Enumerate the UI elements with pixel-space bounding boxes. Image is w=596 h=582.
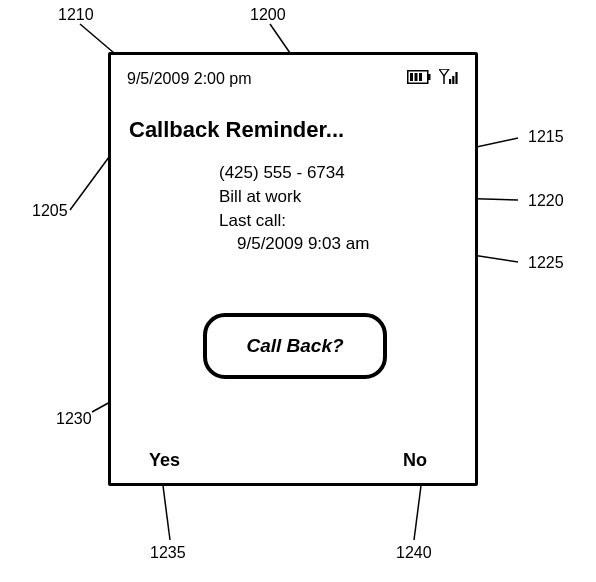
device-screen: 9/5/2009 2:00 pm — [108, 52, 478, 486]
svg-line-1 — [270, 24, 290, 53]
svg-rect-17 — [452, 76, 454, 84]
svg-marker-14 — [439, 69, 449, 76]
ref-1240: 1240 — [396, 544, 432, 562]
ref-1230: 1230 — [56, 410, 92, 428]
callback-info: (425) 555 - 6734 Bill at work Last call:… — [219, 161, 369, 256]
status-bar: 9/5/2009 2:00 pm — [127, 67, 459, 91]
svg-rect-11 — [410, 73, 413, 81]
ref-1205: 1205 — [32, 202, 68, 220]
svg-rect-10 — [428, 74, 431, 80]
page-title: Callback Reminder... — [129, 117, 344, 143]
call-back-button[interactable]: Call Back? — [203, 313, 387, 379]
svg-line-7 — [162, 478, 170, 540]
svg-rect-13 — [419, 73, 422, 81]
svg-rect-12 — [415, 73, 418, 81]
contact-name: Bill at work — [219, 185, 369, 209]
ref-1235: 1235 — [150, 544, 186, 562]
svg-line-8 — [414, 478, 422, 540]
phone-number: (425) 555 - 6734 — [219, 161, 369, 185]
status-datetime: 9/5/2009 2:00 pm — [127, 70, 252, 88]
battery-icon — [407, 70, 431, 88]
softkey-yes[interactable]: Yes — [149, 450, 180, 471]
call-back-label: Call Back? — [246, 335, 343, 357]
last-call-label: Last call: — [219, 209, 369, 233]
ref-1220: 1220 — [528, 192, 564, 210]
ref-1200: 1200 — [250, 6, 286, 24]
softkey-no[interactable]: No — [403, 450, 427, 471]
last-call-time: 9/5/2009 9:03 am — [219, 232, 369, 256]
ref-1215: 1215 — [528, 128, 564, 146]
ref-1210: 1210 — [58, 6, 94, 24]
svg-rect-16 — [449, 79, 451, 84]
ref-1225: 1225 — [528, 254, 564, 272]
svg-rect-18 — [455, 72, 457, 84]
signal-icon — [439, 69, 459, 89]
